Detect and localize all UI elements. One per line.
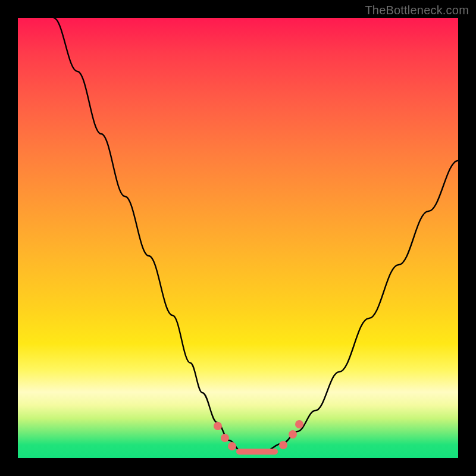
watermark-text: TheBottleneck.com xyxy=(365,4,469,17)
plot-area xyxy=(18,18,458,458)
curve-dot xyxy=(228,442,236,450)
curve-dot xyxy=(279,441,287,449)
curve-dot xyxy=(214,422,222,430)
bottleneck-curve xyxy=(54,18,458,451)
curve-dot xyxy=(289,430,297,439)
curve-dot xyxy=(221,434,229,442)
black-frame: TheBottleneck.com xyxy=(0,0,476,476)
curve-svg xyxy=(18,18,458,458)
dot-group xyxy=(214,420,303,450)
curve-dot xyxy=(295,420,303,428)
